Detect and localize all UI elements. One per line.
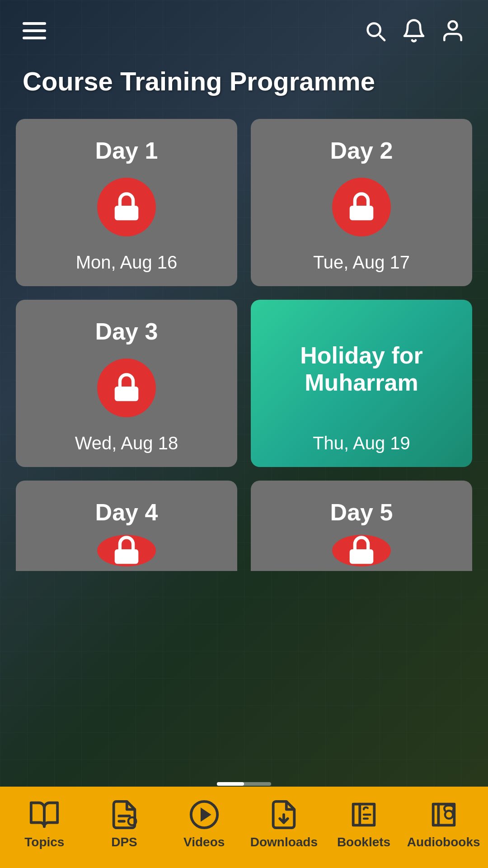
nav-item-topics[interactable]: Topics <box>5 799 84 849</box>
nav-item-booklets[interactable]: Booklets <box>324 799 404 849</box>
bottom-navigation: Topics DPS Videos Downloads <box>0 787 488 868</box>
page-title: Course Training Programme <box>0 52 488 119</box>
profile-button[interactable] <box>440 18 465 43</box>
day-3-title: Day 3 <box>95 318 158 345</box>
lock-icon <box>111 535 142 566</box>
scroll-indicator <box>217 782 271 786</box>
bell-icon <box>401 18 427 43</box>
day-4-card[interactable]: Day 4 <box>16 481 237 571</box>
hamburger-button[interactable] <box>23 22 46 39</box>
day-3-date: Wed, Aug 18 <box>75 433 178 453</box>
nav-label-booklets: Booklets <box>337 835 390 849</box>
lock-icon <box>111 191 142 223</box>
document-chart-icon <box>108 799 140 830</box>
day-2-title: Day 2 <box>330 137 393 164</box>
audiobook-icon <box>428 799 460 830</box>
nav-label-downloads: Downloads <box>250 835 318 849</box>
partial-days-grid: Day 4 Day 5 <box>0 481 488 571</box>
day-1-title: Day 1 <box>95 137 158 164</box>
nav-item-audiobooks[interactable]: Audiobooks <box>404 799 483 849</box>
video-play-icon <box>188 799 220 830</box>
nav-label-videos: Videos <box>183 835 225 849</box>
nav-label-topics: Topics <box>24 835 64 849</box>
svg-rect-1 <box>115 206 139 220</box>
lock-icon <box>346 535 377 566</box>
day-2-card[interactable]: Day 2 Tue, Aug 17 <box>251 119 472 286</box>
nav-item-downloads[interactable]: Downloads <box>244 799 324 849</box>
nav-item-dps[interactable]: DPS <box>84 799 164 849</box>
user-icon <box>440 18 465 43</box>
day-1-date: Mon, Aug 16 <box>76 252 178 273</box>
svg-point-0 <box>449 21 457 30</box>
holiday-card[interactable]: Holiday for Muharram Thu, Aug 19 <box>251 300 472 467</box>
holiday-date: Thu, Aug 19 <box>313 433 410 453</box>
day-3-lock <box>97 359 156 417</box>
notification-button[interactable] <box>401 18 427 43</box>
lock-icon <box>111 372 142 404</box>
day-5-card[interactable]: Day 5 <box>251 481 472 571</box>
svg-rect-4 <box>115 549 139 564</box>
lock-icon <box>346 191 377 223</box>
day-1-card[interactable]: Day 1 Mon, Aug 16 <box>16 119 237 286</box>
day-1-lock <box>97 178 156 236</box>
day-5-title: Day 5 <box>330 499 393 526</box>
nav-item-videos[interactable]: Videos <box>164 799 244 849</box>
holiday-title: Holiday for Muharram <box>264 318 459 420</box>
svg-rect-3 <box>115 387 139 401</box>
header-right <box>362 18 465 43</box>
nav-label-audiobooks: Audiobooks <box>407 835 480 849</box>
day-2-date: Tue, Aug 17 <box>313 252 410 273</box>
day-2-lock <box>332 178 391 236</box>
nav-label-dps: DPS <box>111 835 137 849</box>
header <box>0 0 488 52</box>
hamburger-icon <box>23 22 46 39</box>
svg-point-12 <box>445 811 453 819</box>
book-open-icon <box>28 799 60 830</box>
day-3-card[interactable]: Day 3 Wed, Aug 18 <box>16 300 237 467</box>
svg-rect-5 <box>350 549 374 564</box>
days-grid: Day 1 Mon, Aug 16 Day 2 Tue, Aug 17 Day … <box>0 119 488 467</box>
day-4-title: Day 4 <box>95 499 158 526</box>
booklet-icon <box>348 799 380 830</box>
download-icon <box>268 799 300 830</box>
svg-marker-10 <box>202 809 210 820</box>
search-icon <box>362 18 388 43</box>
day-5-lock <box>332 535 391 566</box>
search-button[interactable] <box>362 18 388 43</box>
header-left <box>23 22 46 39</box>
scroll-indicator-bar <box>217 782 244 786</box>
day-4-lock <box>97 535 156 566</box>
svg-rect-2 <box>350 206 374 220</box>
